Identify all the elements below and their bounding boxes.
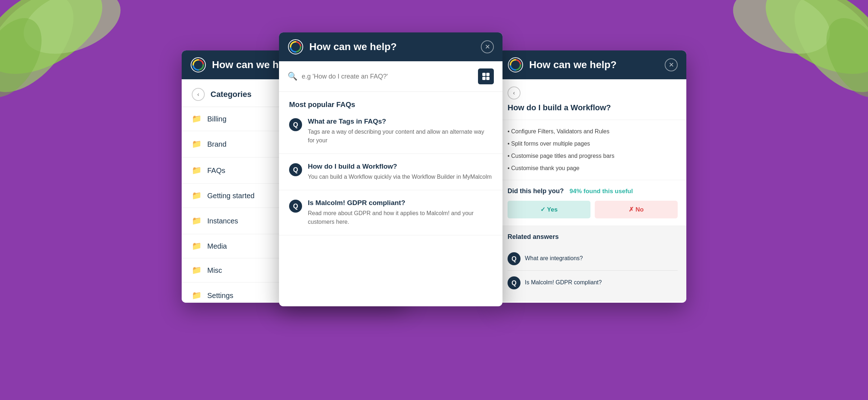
article-title: How do I build a Workflow? xyxy=(499,99,686,120)
faq-desc-0: Tags are a way of describing your conten… xyxy=(308,128,492,145)
faq-title-1: How do I build a Workflow? xyxy=(308,163,492,170)
article-bullet-2: • Customise page titles and progress bar… xyxy=(508,152,678,160)
q-icon-1: Q xyxy=(289,163,302,176)
faq-content-2: Is Malcolm! GDPR compliant? Read more ab… xyxy=(308,199,492,226)
q-icon-related-1: Q xyxy=(508,276,521,289)
folder-icon-faqs: 📁 xyxy=(192,166,201,175)
related-item-0[interactable]: Q What are integrations? xyxy=(508,246,678,271)
helpful-pct: 94% found this useful xyxy=(570,188,633,195)
svg-point-1 xyxy=(0,0,91,108)
svg-rect-10 xyxy=(482,73,486,76)
related-section: Related answers Q What are integrations?… xyxy=(499,226,686,302)
leaf-top-right xyxy=(695,0,868,115)
svg-rect-12 xyxy=(482,77,486,80)
folder-icon-instances: 📁 xyxy=(192,216,201,226)
faq-content-1: How do I build a Workflow? You can build… xyxy=(308,163,492,181)
folder-icon-settings: 📁 xyxy=(192,291,201,300)
faq-title-2: Is Malcolm! GDPR compliant? xyxy=(308,199,492,207)
faqs-section-title: Most popular FAQs xyxy=(289,101,355,108)
panels-wrapper: How can we help? ✕ ‹ Categories 📁 Billin… xyxy=(182,32,686,357)
folder-icon-getting-started: 📁 xyxy=(192,191,201,200)
article-body: ‹ How do I build a Workflow? • Configure… xyxy=(499,79,686,302)
panel2-header: How can we help? ✕ xyxy=(279,32,502,61)
faqs-section: Most popular FAQs xyxy=(279,92,502,109)
malcolm-logo-3 xyxy=(508,57,523,73)
vote-row: ✓ Yes ✗ No xyxy=(508,201,678,218)
svg-rect-13 xyxy=(486,77,490,80)
history-icon xyxy=(482,72,490,80)
panel3-title: How can we help? xyxy=(529,59,659,71)
faq-item-2[interactable]: Q Is Malcolm! GDPR compliant? Read more … xyxy=(279,190,502,235)
article-back-button[interactable]: ‹ xyxy=(508,86,521,99)
related-label-0: What are integrations? xyxy=(525,255,583,262)
panel3-close-button[interactable]: ✕ xyxy=(665,58,678,71)
article-bullet-0: • Configure Filters, Validators and Rule… xyxy=(508,127,678,136)
svg-point-6 xyxy=(724,0,839,66)
related-item-1[interactable]: Q Is Malcolm! GDPR compliant? xyxy=(508,271,678,294)
malcolm-logo-2 xyxy=(288,39,304,55)
svg-point-2 xyxy=(15,0,129,66)
categories-back-button[interactable]: ‹ xyxy=(192,88,205,101)
panel3-header: How can we help? ✕ xyxy=(499,50,686,79)
svg-point-5 xyxy=(777,0,868,108)
svg-point-4 xyxy=(750,0,868,93)
svg-point-7 xyxy=(814,8,868,108)
faq-content-0: What are Tags in FAQs? Tags are a way of… xyxy=(308,117,492,145)
q-icon-0: Q xyxy=(289,118,302,131)
article-bullet-1: • Split forms over multiple pages xyxy=(508,139,678,148)
history-button[interactable] xyxy=(478,68,494,84)
faq-desc-2: Read more about GDPR and how it applies … xyxy=(308,209,492,226)
faq-item-0[interactable]: Q What are Tags in FAQs? Tags are a way … xyxy=(279,109,502,154)
helpful-section: Did this help you? 94% found this useful… xyxy=(499,180,686,226)
svg-point-0 xyxy=(0,0,118,93)
folder-icon-brand: 📁 xyxy=(192,139,201,149)
vote-no-button[interactable]: ✗ No xyxy=(595,201,678,218)
q-icon-2: Q xyxy=(289,200,302,213)
svg-point-3 xyxy=(0,8,54,108)
related-title: Related answers xyxy=(508,233,678,241)
article-bullet-list: • Configure Filters, Validators and Rule… xyxy=(499,120,686,180)
search-input[interactable] xyxy=(302,73,474,80)
related-label-1: Is Malcolm! GDPR compliant? xyxy=(525,279,602,286)
malcolm-logo-1 xyxy=(190,57,206,73)
article-nav-row: ‹ xyxy=(499,79,686,99)
search-icon: 🔍 xyxy=(288,72,297,81)
folder-icon-misc: 📁 xyxy=(192,266,201,275)
helpful-label: Did this help you? xyxy=(508,187,564,195)
panel-search: How can we help? ✕ 🔍 Most popular FAQs Q… xyxy=(279,32,502,306)
panel2-close-button[interactable]: ✕ xyxy=(481,40,494,53)
q-icon-related-0: Q xyxy=(508,252,521,265)
search-bar: 🔍 xyxy=(279,61,502,92)
svg-rect-11 xyxy=(486,73,490,76)
faq-title-0: What are Tags in FAQs? xyxy=(308,117,492,125)
folder-icon-billing: 📁 xyxy=(192,114,201,124)
panel-article: How can we help? ✕ ‹ How do I build a Wo… xyxy=(499,50,686,303)
article-bullet-3: • Customise thank you page xyxy=(508,164,678,173)
categories-heading: Categories xyxy=(211,90,252,99)
vote-yes-button[interactable]: ✓ Yes xyxy=(508,201,590,218)
panel2-title: How can we help? xyxy=(309,41,475,53)
folder-icon-media: 📁 xyxy=(192,241,201,251)
faq-item-1[interactable]: Q How do I build a Workflow? You can bui… xyxy=(279,154,502,190)
leaf-top-left xyxy=(0,0,151,115)
helpful-row: Did this help you? 94% found this useful xyxy=(508,187,678,195)
faq-desc-1: You can build a Workflow quickly via the… xyxy=(308,173,492,181)
